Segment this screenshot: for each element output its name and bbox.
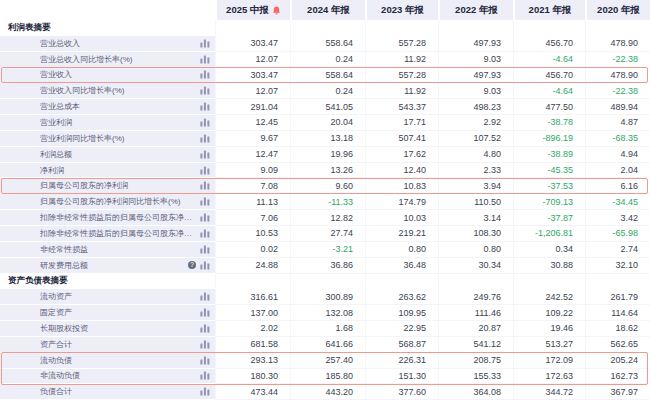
value-cell: -3.21 [290,242,365,258]
bar-chart-icon[interactable] [200,150,210,159]
value-cell: 109.95 [365,305,438,321]
cell-value: -34.45 [612,197,638,207]
value-cell: -1,206.81 [513,226,585,242]
bar-chart-icon[interactable] [200,197,210,206]
cell-value: 10.03 [403,213,426,223]
value-cell: -4.64 [513,83,585,99]
bar-chart-icon[interactable] [200,86,210,95]
value-cell: 226.31 [365,353,438,369]
cell-value: 6.16 [620,181,638,191]
value-cell: 477.50 [513,99,585,115]
table-row: 营业收入同比增长率(%)12.070.2411.929.03-4.64-22.3… [0,83,650,99]
value-cell [215,274,290,290]
cell-value: 30.34 [478,260,501,270]
cell-value: 7.08 [260,181,278,191]
alarm-icon[interactable] [272,6,281,15]
value-cell: 180.30 [215,369,290,385]
bar-chart-icon[interactable] [200,308,210,317]
bar-chart-icon[interactable] [200,371,210,380]
value-cell: 10.83 [365,178,438,194]
value-cell: 0.34 [513,242,585,258]
row-label-cell: 流动负债 [0,353,215,369]
value-cell: 36.48 [365,258,438,274]
cell-value: 0.02 [260,244,278,254]
cell-value: 162.73 [610,371,638,381]
table-row: 营业总成本291.04541.05543.37498.23477.50489.9… [0,99,650,115]
value-cell: 208.75 [438,353,513,369]
value-cell: 32.10 [585,258,650,274]
cell-value: 12.07 [255,86,278,96]
value-cell: 30.34 [438,258,513,274]
row-label-cell: 利润总额 [0,147,215,163]
row-label-cell: 营业收入 [0,68,215,84]
bar-chart-icon[interactable] [200,70,210,79]
cell-value: 9.03 [483,54,501,64]
table-row: 营业利润同比增长率(%)9.6713.18507.41107.52-896.19… [0,131,650,147]
bar-chart-icon[interactable] [200,55,210,64]
cell-value: 478.90 [610,70,638,80]
table-row: 营业利润12.4520.0417.712.92-38.784.87 [0,115,650,131]
value-cell [438,274,513,290]
row-label-cell: 营业总收入 [0,36,215,52]
value-cell: 7.08 [215,178,290,194]
row-icons [200,308,210,317]
value-cell: 155.33 [438,369,513,385]
table-row: 扣除非经常性损益后的归属母公司股东净利润7.0612.8210.033.14-3… [0,210,650,226]
bar-chart-icon[interactable] [200,261,210,270]
table-body: 利润表摘要营业总收入303.47558.64557.28497.93456.70… [0,20,650,400]
cell-value: -22.38 [612,86,638,96]
bar-chart-icon[interactable] [200,181,210,190]
info-icon[interactable] [188,261,196,269]
row-label-cell: 归属母公司股东的净利润 [0,178,215,194]
value-cell: 12.40 [365,163,438,179]
bar-chart-icon[interactable] [200,134,210,143]
cell-value: -65.98 [612,228,638,238]
bar-chart-icon[interactable] [200,102,210,111]
row-label-cell: 营业总收入同比增长率(%) [0,52,215,68]
row-label-cell: 营业利润 [0,115,215,131]
row-label-cell: 非经常性损益 [0,242,215,258]
value-cell: 4.80 [438,147,513,163]
row-label: 流动资产 [40,291,196,302]
value-cell: 541.05 [290,99,365,115]
bar-chart-icon[interactable] [200,166,210,175]
bar-chart-icon[interactable] [200,356,210,365]
row-label-cell: 资产负债表摘要 [0,274,215,290]
value-cell: 0.80 [438,242,513,258]
bar-chart-icon[interactable] [200,324,210,333]
value-cell: 132.08 [290,305,365,321]
row-label: 流动负债 [40,355,196,366]
bar-chart-icon[interactable] [200,229,210,238]
row-label-cell: 营业总成本 [0,99,215,115]
cell-value: 562.65 [610,339,638,349]
value-cell: 174.79 [365,194,438,210]
cell-value: 543.37 [398,102,426,112]
table-row: 利润总额12.4719.9617.624.80-38.894.94 [0,147,650,163]
value-cell: 242.52 [513,289,585,305]
bar-chart-icon[interactable] [200,118,210,127]
bar-chart-icon[interactable] [200,340,210,349]
row-icons [200,86,210,95]
row-icons [200,356,210,365]
bar-chart-icon[interactable] [200,292,210,301]
value-cell: 261.79 [585,289,650,305]
value-cell: 10.53 [215,226,290,242]
table-row: 流动负债293.13257.40226.31208.75172.09205.24 [0,353,650,369]
bar-chart-icon[interactable] [200,213,210,222]
row-label: 长期股权投资 [40,323,196,334]
value-cell: 17.71 [365,115,438,131]
value-cell: 111.46 [438,305,513,321]
bar-chart-icon[interactable] [200,39,210,48]
cell-value: 4.80 [483,149,501,159]
value-cell: 114.64 [585,305,650,321]
table-row: 非流动负债180.30185.80151.30155.33172.63162.7… [0,369,650,385]
table-header: 2025 中报2024 年报2023 年报2022 年报2021 年报2020 … [0,0,650,20]
cell-value: -45.35 [547,165,573,175]
value-cell [513,274,585,290]
value-cell: 557.28 [365,36,438,52]
cell-value: 4.94 [620,149,638,159]
cell-value: 11.13 [256,197,278,207]
bar-chart-icon[interactable] [200,245,210,254]
bar-chart-icon[interactable] [200,387,210,396]
cell-value: 443.20 [325,387,353,397]
